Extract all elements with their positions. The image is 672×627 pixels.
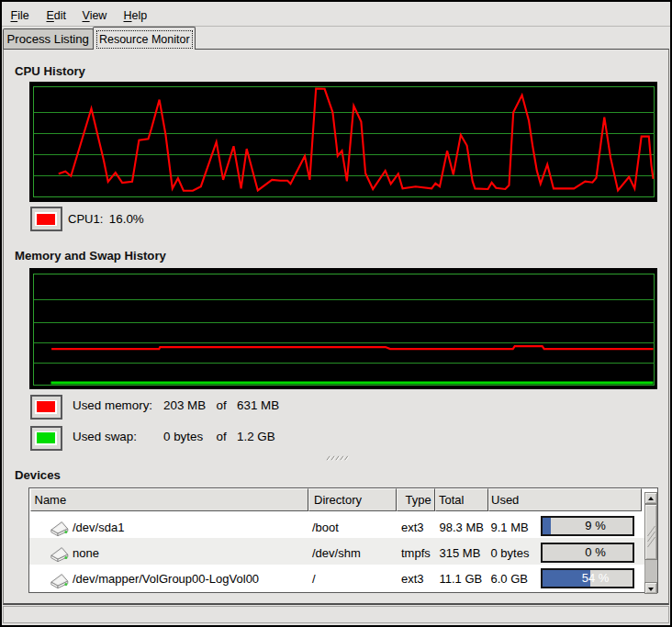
cell-type: ext3	[401, 572, 424, 587]
device-row[interactable]: /dev/sda1/bootext398.3 MB9.1 MB9 %	[29, 512, 644, 538]
cell-total: 315 MB	[440, 546, 481, 561]
cpu-history-label: CPU History	[15, 64, 85, 78]
memory-history-label: Memory and Swap History	[15, 249, 166, 263]
swatch-color	[37, 432, 55, 443]
cell-name: /dev/sda1	[73, 521, 124, 535]
column-header-label: Type	[406, 493, 431, 508]
menu-file[interactable]: File	[11, 7, 29, 24]
tab-process-listing[interactable]: Process Listing	[3, 28, 94, 49]
device-row[interactable]: /dev/mapper/VolGroup00-LogVol00/ext311.1…	[29, 565, 644, 590]
scrollbar-up-button[interactable]	[644, 492, 657, 504]
harddisk-icon	[50, 521, 69, 536]
swap-color-swatch[interactable]	[30, 426, 62, 451]
scrollbar-grip-icon	[645, 505, 658, 561]
cell-total: 11.1 GB	[440, 572, 483, 587]
swatch-well	[35, 431, 58, 445]
legend-text: Used swap:	[73, 431, 137, 443]
tab-resource-monitor[interactable]: Resource Monitor	[93, 27, 196, 50]
cell-used: 0 bytes	[491, 546, 530, 561]
column-header-label: Name	[35, 493, 67, 508]
cell-name: /dev/mapper/VolGroup00-LogVol00	[73, 572, 259, 587]
cell-used: 6.0 GB	[491, 572, 528, 587]
tab-focus-ring: Resource Monitor	[96, 30, 193, 49]
usage-percent-label: 0 %	[551, 544, 641, 561]
usage-percent-label: 54 %	[551, 570, 641, 587]
column-header-directory[interactable]: Directory	[308, 488, 397, 511]
harddisk-icon	[50, 547, 69, 562]
legend-text: 1.2 GB	[237, 431, 275, 443]
scrollbar-down-button[interactable]	[644, 582, 657, 594]
cell-directory: /boot	[312, 521, 339, 535]
legend-text: of	[217, 431, 227, 443]
column-header-label: Directory	[314, 493, 362, 508]
column-header-used[interactable]: Used	[488, 488, 642, 511]
legend-text: of	[217, 399, 227, 412]
cell-directory: /	[312, 572, 316, 587]
scroll-down-icon	[648, 588, 654, 591]
statusbar	[3, 606, 669, 623]
column-header-label: Used	[491, 493, 519, 508]
column-header-type[interactable]: Type	[397, 488, 435, 511]
legend-text: 0 bytes	[163, 431, 203, 443]
cpu1-legend-label: CPU1:	[68, 213, 103, 226]
tab-resource-monitor-label: Resource Monitor	[99, 33, 190, 46]
cpu-history-chart	[29, 82, 657, 202]
menu-edit[interactable]: Edit	[47, 7, 67, 24]
cell-type: ext3	[401, 521, 424, 535]
menu-view[interactable]: View	[83, 7, 107, 24]
memory-color-swatch[interactable]	[30, 395, 62, 420]
legend-text: 631 MB	[237, 399, 279, 412]
menu-help[interactable]: Help	[124, 7, 148, 24]
devices-table: NameDirectoryTypeTotalUsed /dev/sda1/boo…	[28, 487, 658, 594]
scrollbar-thumb[interactable]	[644, 504, 657, 561]
cpu1-swatch-color	[37, 214, 55, 225]
pane-resize-grip[interactable]	[325, 453, 353, 463]
usage-progress-bar: 54 %	[541, 568, 634, 588]
cell-type: tmpfs	[401, 546, 431, 561]
usage-percent-label: 9 %	[551, 518, 641, 534]
column-header-total[interactable]: Total	[435, 488, 489, 511]
usage-progress-bar: 9 %	[541, 516, 634, 536]
column-header-label: Total	[439, 493, 464, 508]
cpu1-swatch-well	[35, 212, 58, 226]
cpu1-legend-value: 16.0%	[109, 213, 144, 226]
system-monitor-window: FileEditViewHelp Process Listing Resourc…	[0, 0, 672, 627]
cell-total: 98.3 MB	[440, 521, 484, 535]
cpu1-color-swatch[interactable]	[30, 207, 62, 231]
tab-process-listing-label: Process Listing	[7, 32, 89, 46]
menubar: FileEditViewHelp	[2, 2, 670, 27]
swatch-well	[35, 400, 58, 414]
memory-swap-history-chart	[29, 268, 657, 389]
devices-label: Devices	[15, 468, 61, 482]
usage-progress-bar: 0 %	[541, 543, 634, 563]
devices-scrollbar[interactable]	[644, 492, 657, 594]
usage-progress-fill	[543, 518, 551, 534]
device-row[interactable]: none/dev/shmtmpfs315 MB0 bytes0 %	[29, 538, 644, 564]
cell-name: none	[73, 546, 99, 561]
legend-text: 203 MB	[163, 399, 206, 412]
legend-text: Used memory:	[73, 399, 152, 412]
scroll-up-icon	[648, 497, 654, 500]
cell-directory: /dev/shm	[312, 546, 361, 561]
column-header-name[interactable]: Name	[30, 488, 308, 511]
swatch-color	[37, 401, 55, 412]
scrollbar-trough[interactable]	[644, 560, 657, 582]
harddisk-icon	[50, 574, 69, 588]
cell-used: 9.1 MB	[491, 521, 529, 535]
